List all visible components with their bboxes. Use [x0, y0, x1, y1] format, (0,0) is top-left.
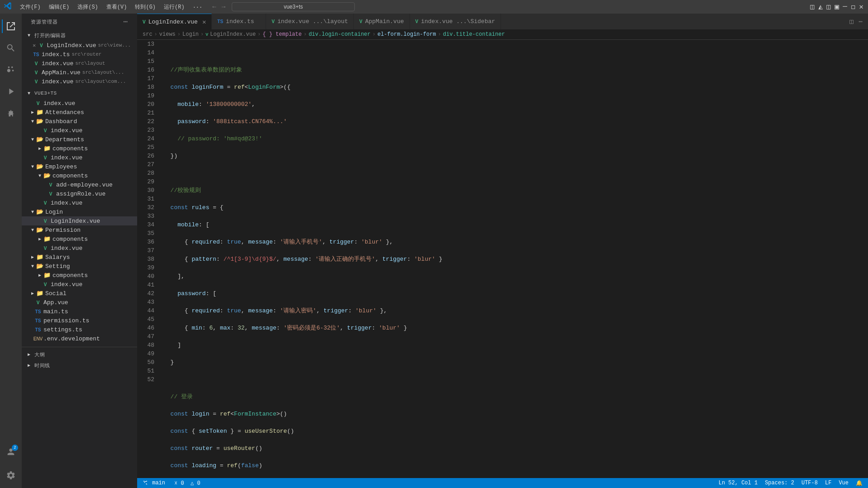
vue-icon-app: V: [34, 299, 42, 306]
tree-permission-index[interactable]: V index.vue: [22, 244, 137, 253]
tree-dashboard-index[interactable]: V index.vue: [22, 126, 137, 135]
tree-assign-role[interactable]: V assignRole.vue: [22, 189, 137, 198]
tree-attendances[interactable]: ▶ 📁 Attendances: [22, 108, 137, 117]
tree-add-employee[interactable]: V add-employee.vue: [22, 180, 137, 189]
status-line-ending[interactable]: LF: [823, 480, 833, 487]
open-editor-indexvue-layout[interactable]: V index.vue src\layout: [22, 59, 137, 68]
tab-indexts[interactable]: TS index.ts: [212, 14, 266, 29]
menu-edit[interactable]: 编辑(E): [45, 2, 73, 12]
search-icon[interactable]: [2, 39, 20, 57]
status-language[interactable]: Vue: [837, 480, 850, 487]
tree-permissionts[interactable]: TS permission.ts: [22, 316, 137, 325]
tree-indexvue[interactable]: V index.vue: [22, 99, 137, 108]
forward-arrow[interactable]: →: [220, 2, 227, 11]
timeline-label: 时间线: [34, 362, 50, 369]
breadcrumb-div-login-container[interactable]: div.login-container: [309, 31, 371, 38]
tree-departments-label: Departments: [45, 136, 84, 143]
status-spaces[interactable]: Spaces: 2: [763, 480, 796, 487]
tab-loginindex[interactable]: V LoginIndex.vue ✕: [137, 14, 212, 29]
tree-employees[interactable]: ▼ 📂 Employees: [22, 162, 137, 171]
tree-setting-index-label: index.vue: [51, 281, 82, 288]
maximize-button[interactable]: ◻: [850, 4, 856, 10]
menu-select[interactable]: 选择(S): [74, 2, 102, 12]
code-line-28: { required: true, message: '请输入密码', trig…: [163, 306, 868, 315]
tabs-actions: ◫ ⋯: [844, 17, 868, 26]
layout-icon-2[interactable]: ◭: [817, 4, 824, 10]
minimize-button[interactable]: ─: [842, 4, 848, 10]
more-actions-button[interactable]: ⋯: [857, 17, 864, 26]
extensions-icon[interactable]: [2, 104, 20, 122]
status-branch[interactable]: main: [141, 480, 167, 486]
breadcrumb-src[interactable]: src: [143, 31, 153, 38]
status-line-col[interactable]: Ln 52, Col 1: [717, 480, 759, 487]
menu-bar[interactable]: 文件(F) 编辑(E) 选择(S) 查看(V) 转到(G) 运行(R) ...: [16, 2, 206, 12]
open-editor-loginindex[interactable]: ✕ V LoginIndex.vue src\view...: [22, 41, 137, 50]
tree-employees-label: Employees: [45, 163, 77, 170]
tree-maints[interactable]: TS main.ts: [22, 307, 137, 316]
tab-indexvue-sidebar[interactable]: V index.vue ...\Sidebar: [410, 14, 501, 29]
breadcrumb-login[interactable]: Login: [182, 31, 199, 38]
open-editor-appmain-path: src\layout\...: [82, 70, 124, 75]
tree-departments[interactable]: ▼ 📂 Departments: [22, 135, 137, 144]
status-encoding[interactable]: UTF-8: [800, 480, 820, 487]
source-control-icon[interactable]: [2, 61, 20, 79]
tab-loginindex-close[interactable]: ✕: [202, 18, 206, 26]
tab-appmain[interactable]: V AppMain.vue: [354, 14, 410, 29]
tree-settingsts[interactable]: TS settings.ts: [22, 325, 137, 334]
outline-section[interactable]: ▶ 大纲: [22, 349, 137, 360]
menu-more[interactable]: ...: [189, 2, 206, 12]
split-editor-button[interactable]: ◫: [848, 17, 855, 26]
search-input[interactable]: [232, 2, 355, 11]
code-content[interactable]: //声明收集表单数据的对象 const loginForm = ref<Logi…: [160, 40, 868, 478]
menu-file[interactable]: 文件(F): [16, 2, 44, 12]
open-editor-indexvue-com[interactable]: V index.vue src\layout\com...: [22, 77, 137, 86]
tree-social[interactable]: ▶ 📁 Social: [22, 289, 137, 298]
menu-view[interactable]: 查看(V): [103, 2, 131, 12]
breadcrumb-el-form[interactable]: el-form.login-form: [377, 31, 436, 38]
timeline-section[interactable]: ▶ 时间线: [22, 360, 137, 371]
tree-departments-components-label: components: [52, 145, 88, 152]
breadcrumb-loginindex[interactable]: LoginIndex.vue: [210, 31, 256, 38]
vue-file-icon-4: V: [33, 78, 40, 85]
breadcrumb-div-title[interactable]: div.title-container: [443, 31, 505, 38]
menu-goto[interactable]: 转到(G): [131, 2, 159, 12]
back-arrow[interactable]: ←: [210, 2, 218, 11]
open-editor-indexts[interactable]: TS index.ts src\router: [22, 50, 137, 59]
sidebar-menu-icon[interactable]: ⋯: [123, 17, 128, 26]
close-loginindex-icon[interactable]: ✕: [33, 42, 36, 49]
layout-icon-3[interactable]: ◫: [825, 4, 832, 10]
breadcrumb-views[interactable]: views: [159, 31, 176, 38]
tree-dashboard[interactable]: ▼ 📂 Dashboard: [22, 117, 137, 126]
explorer-icon[interactable]: [2, 17, 20, 35]
code-editor[interactable]: 13 14 15 16 17 18 19 20 21 22 23 24 25 2…: [137, 40, 868, 478]
tree-employees-index[interactable]: V index.vue: [22, 198, 137, 207]
account-icon[interactable]: 2: [2, 443, 20, 461]
tree-setting[interactable]: ▼ 📂 Setting: [22, 262, 137, 271]
layout-icon-4[interactable]: ▣: [834, 4, 840, 10]
status-right: Ln 52, Col 1 Spaces: 2 UTF-8 LF Vue 🔔: [717, 480, 864, 487]
breadcrumb-template[interactable]: { } template: [262, 31, 301, 38]
settings-gear-icon[interactable]: [2, 466, 20, 484]
tree-departments-index[interactable]: V index.vue: [22, 153, 137, 162]
tree-appvue[interactable]: V App.vue: [22, 298, 137, 307]
tree-setting-index[interactable]: V index.vue: [22, 280, 137, 289]
tab-indexvue-layout[interactable]: V index.vue ...\layout: [266, 14, 354, 29]
tree-envdev[interactable]: ENV .env.development: [22, 334, 137, 343]
tree-departments-components[interactable]: ▶ 📁 components: [22, 144, 137, 153]
tree-permission-components[interactable]: ▶ 📁 components: [22, 234, 137, 244]
menu-run[interactable]: 运行(R): [160, 2, 188, 12]
open-editor-appmain[interactable]: V AppMain.vue src\layout\...: [22, 68, 137, 77]
layout-icon-1[interactable]: ◫: [809, 4, 816, 10]
tree-employees-components[interactable]: ▼ 📂 components: [22, 171, 137, 180]
tree-loginindex-file[interactable]: V LoginIndex.vue: [22, 216, 137, 225]
tree-setting-components[interactable]: ▶ 📁 components: [22, 271, 137, 280]
vue3ts-section[interactable]: ▼ VUE3+TS: [22, 88, 137, 99]
open-editors-section[interactable]: ▼ 打开的编辑器: [22, 30, 137, 41]
close-button[interactable]: ✕: [858, 4, 864, 10]
tree-salarys[interactable]: ▶ 📁 Salarys: [22, 253, 137, 262]
status-notification-icon[interactable]: 🔔: [854, 480, 864, 487]
tree-login[interactable]: ▼ 📂 Login: [22, 207, 137, 216]
run-debug-icon[interactable]: [2, 82, 20, 100]
tree-permission[interactable]: ▼ 📂 Permission: [22, 225, 137, 234]
status-errors[interactable]: ☓ 0 △ 0: [172, 480, 202, 487]
